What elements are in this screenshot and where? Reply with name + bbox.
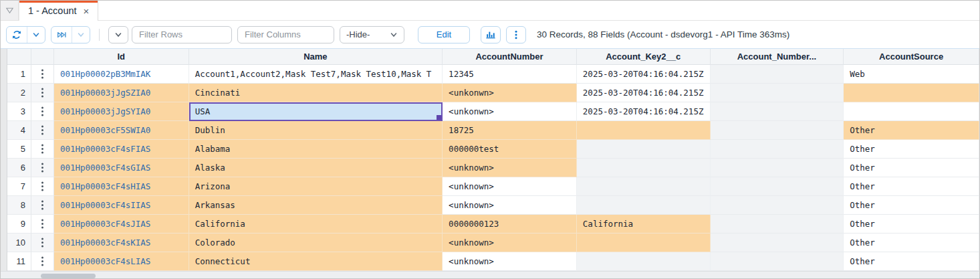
cell-accountnumber[interactable]: <unknown> [443,252,577,271]
cell-name[interactable]: Alaska [189,159,443,177]
cell-account-key2-c[interactable] [577,159,711,177]
cell-id[interactable]: 001Hp00002pB3MmIAK [54,65,189,84]
cell-account-number-[interactable] [711,215,844,234]
fetch-all-button[interactable] [51,27,72,43]
cell-name[interactable]: Arkansas [189,196,443,215]
row-menu-button[interactable] [31,121,54,140]
cell-account-number-[interactable] [711,140,844,159]
row-number[interactable]: 5 [7,140,31,159]
more-actions-button[interactable] [506,26,526,43]
row-menu-button[interactable] [31,65,54,84]
cell-account-number-[interactable] [711,121,844,140]
cell-account-number-[interactable] [711,234,844,252]
cell-accountnumber[interactable]: <unknown> [443,159,577,177]
cell-accountsource[interactable]: Other [844,140,979,159]
row-menu-button[interactable] [31,140,54,159]
fetch-options-button[interactable] [72,27,90,43]
cell-account-number-[interactable] [711,102,844,121]
column-header-id[interactable]: Id [54,49,189,65]
cell-accountnumber[interactable]: 000000test [443,140,577,159]
cell-account-key2-c[interactable]: California [577,215,711,234]
column-header-account-key2-c[interactable]: Account_Key2__c [577,49,711,65]
cell-name[interactable]: Cincinati [189,84,443,102]
cell-accountnumber[interactable]: <unkonwn> [443,84,577,102]
cell-id[interactable]: 001Hp00003cF4sKIAS [54,234,189,252]
row-menu-button[interactable] [31,177,54,196]
chart-button[interactable] [481,26,501,43]
cell-accountsource[interactable]: Other [844,177,979,196]
row-menu-button[interactable] [31,102,54,121]
row-number[interactable]: 1 [7,65,31,84]
filter-options-button[interactable] [108,26,128,43]
cell-account-number-[interactable] [711,196,844,215]
cell-accountnumber[interactable]: <unkonwn> [443,102,577,121]
column-header-account-number-[interactable]: Account_Number... [711,49,844,65]
row-number[interactable]: 7 [7,177,31,196]
tab-close-icon[interactable]: × [84,6,90,16]
cell-account-key2-c[interactable]: 2025-03-20T04:16:04.215Z [577,102,711,121]
cell-name[interactable]: Account1,Account2,Mask Test7,Mask Test10… [189,65,443,84]
row-number[interactable]: 4 [7,121,31,140]
cell-accountsource[interactable]: Other [844,234,979,252]
row-number[interactable]: 9 [7,215,31,234]
row-number[interactable]: 6 [7,159,31,177]
filter-columns-input[interactable] [237,26,334,43]
fill-handle[interactable] [437,115,441,120]
cell-accountsource[interactable] [844,84,979,102]
cell-id[interactable]: 001Hp00003cF4sGIAS [54,159,189,177]
cell-account-key2-c[interactable] [577,234,711,252]
horizontal-scrollbar-thumb[interactable] [41,274,96,278]
cell-name[interactable]: Colorado [189,234,443,252]
row-number[interactable]: 3 [7,102,31,121]
cell-account-key2-c[interactable] [577,252,711,271]
cell-account-number-[interactable] [711,252,844,271]
horizontal-scrollbar[interactable] [1,271,979,279]
row-menu-button[interactable] [31,215,54,234]
cell-id[interactable]: 001Hp00003cF4sJIAS [54,215,189,234]
cell-id[interactable]: 001Hp00003jJgSZIA0 [54,84,189,102]
row-number[interactable]: 10 [7,234,31,252]
cell-accountnumber[interactable]: <unknown> [443,234,577,252]
cell-account-key2-c[interactable] [577,177,711,196]
cell-accountnumber[interactable]: 0000000123 [443,215,577,234]
cell-name[interactable]: USA [189,102,443,121]
cell-name[interactable]: Alabama [189,140,443,159]
edit-button[interactable]: Edit [418,26,470,43]
cell-account-number-[interactable] [711,159,844,177]
cell-id[interactable]: 001Hp00003cF5SWIA0 [54,121,189,140]
cell-account-number-[interactable] [711,84,844,102]
cell-id[interactable]: 001Hp00003cF4sFIAS [54,140,189,159]
cell-name[interactable]: California [189,215,443,234]
cell-account-key2-c[interactable] [577,196,711,215]
filter-rows-input[interactable] [132,26,232,43]
cell-account-key2-c[interactable]: 2025-03-20T04:16:04.215Z [577,84,711,102]
cell-account-key2-c[interactable] [577,121,711,140]
cell-accountnumber[interactable]: 18725 [443,121,577,140]
cell-name[interactable]: Arizona [189,177,443,196]
cell-name[interactable]: Connecticut [189,252,443,271]
column-header-name[interactable]: Name [189,49,443,65]
cell-accountsource[interactable]: Other [844,215,979,234]
cell-id[interactable]: 001Hp00003cF4sHIAS [54,177,189,196]
cell-accountnumber[interactable]: 12345 [443,65,577,84]
cell-id[interactable]: 001Hp00003cF4sLIAS [54,252,189,271]
tab-account[interactable]: 1 - Account × [19,1,98,21]
cell-id[interactable]: 001Hp00003jJgSYIA0 [54,102,189,121]
cell-accountnumber[interactable]: <unknown> [443,177,577,196]
row-menu-button[interactable] [31,159,54,177]
cell-accountsource[interactable]: Other [844,159,979,177]
tab-list-collapse[interactable] [1,1,19,21]
cell-accountsource[interactable]: Other [844,252,979,271]
hide-columns-select[interactable]: -Hide- [340,26,404,43]
cell-accountnumber[interactable]: <unknown> [443,196,577,215]
cell-account-key2-c[interactable] [577,140,711,159]
cell-name[interactable]: Dublin [189,121,443,140]
row-menu-button[interactable] [31,234,54,252]
refresh-button[interactable] [7,27,27,43]
row-number[interactable]: 11 [7,252,31,271]
column-header-accountnumber[interactable]: AccountNumber [443,49,577,65]
cell-accountsource[interactable]: Web [844,65,979,84]
column-header-accountsource[interactable]: AccountSource [844,49,979,65]
cell-account-number-[interactable] [711,65,844,84]
cell-account-key2-c[interactable]: 2025-03-20T04:16:04.215Z [577,65,711,84]
